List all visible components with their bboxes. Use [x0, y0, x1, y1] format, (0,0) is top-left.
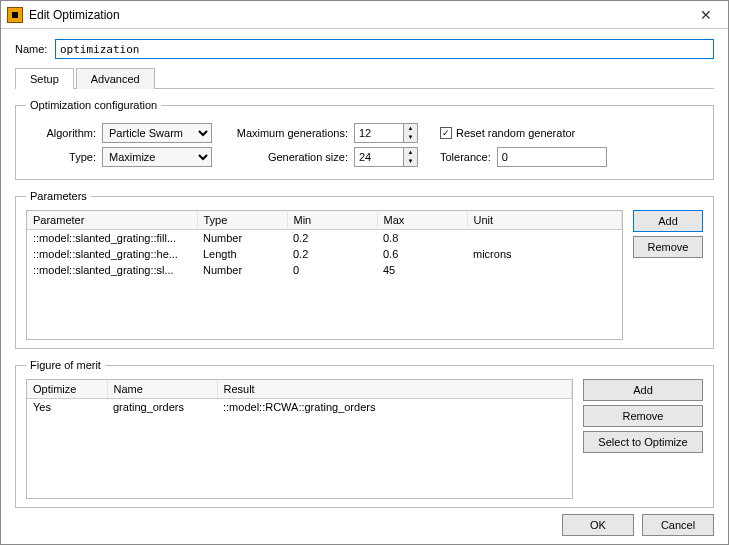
fom-add-button[interactable]: Add	[583, 379, 703, 401]
tab-advanced[interactable]: Advanced	[76, 68, 155, 89]
table-row[interactable]: ::model::slanted_grating::he...Length0.2…	[27, 246, 622, 262]
table-row[interactable]: Yesgrating_orders::model::RCWA::grating_…	[27, 399, 572, 416]
name-input[interactable]	[55, 39, 714, 59]
tolerance-label: Tolerance:	[440, 151, 491, 163]
params-remove-button[interactable]: Remove	[633, 236, 703, 258]
fom-group: Figure of merit Optimize Name Result Yes…	[15, 359, 714, 508]
name-row: Name:	[15, 39, 714, 59]
col-max[interactable]: Max	[377, 211, 467, 230]
gensize-label: Generation size:	[218, 151, 348, 163]
reset-checkbox[interactable]: ✓ Reset random generator	[440, 127, 575, 139]
parameters-table[interactable]: Parameter Type Min Max Unit ::model::sla…	[26, 210, 623, 340]
content-area: Name: Setup Advanced Optimization config…	[1, 29, 728, 508]
app-icon	[7, 7, 23, 23]
chevron-down-icon[interactable]: ▼	[404, 157, 417, 166]
maxgen-spinner[interactable]: ▲▼	[354, 123, 418, 143]
reset-label: Reset random generator	[456, 127, 575, 139]
algorithm-label: Algorithm:	[26, 127, 96, 139]
tolerance-input[interactable]	[497, 147, 607, 167]
dialog-window: Edit Optimization ✕ Name: Setup Advanced…	[0, 0, 729, 545]
fom-remove-button[interactable]: Remove	[583, 405, 703, 427]
type-label: Type:	[26, 151, 96, 163]
tab-setup[interactable]: Setup	[15, 68, 74, 89]
chevron-up-icon[interactable]: ▲	[404, 148, 417, 157]
cancel-button[interactable]: Cancel	[642, 514, 714, 536]
name-label: Name:	[15, 43, 55, 55]
col-name[interactable]: Name	[107, 380, 217, 399]
col-unit[interactable]: Unit	[467, 211, 622, 230]
check-icon: ✓	[440, 127, 452, 139]
tabs: Setup Advanced	[15, 67, 714, 89]
parameters-legend: Parameters	[26, 190, 91, 202]
maxgen-input[interactable]	[355, 124, 403, 142]
chevron-up-icon[interactable]: ▲	[404, 124, 417, 133]
close-icon[interactable]: ✕	[690, 7, 722, 23]
algorithm-select[interactable]: Particle Swarm	[102, 123, 212, 143]
gensize-spinner[interactable]: ▲▼	[354, 147, 418, 167]
fom-legend: Figure of merit	[26, 359, 105, 371]
gensize-input[interactable]	[355, 148, 403, 166]
col-min[interactable]: Min	[287, 211, 377, 230]
col-result[interactable]: Result	[217, 380, 572, 399]
maxgen-label: Maximum generations:	[218, 127, 348, 139]
type-select[interactable]: Maximize	[102, 147, 212, 167]
config-legend: Optimization configuration	[26, 99, 161, 111]
table-row[interactable]: ::model::slanted_grating::fill...Number0…	[27, 230, 622, 247]
col-type[interactable]: Type	[197, 211, 287, 230]
col-optimize[interactable]: Optimize	[27, 380, 107, 399]
parameters-group: Parameters Parameter Type Min Max Unit :…	[15, 190, 714, 349]
fom-table[interactable]: Optimize Name Result Yesgrating_orders::…	[26, 379, 573, 499]
fom-select-button[interactable]: Select to Optimize	[583, 431, 703, 453]
footer: OK Cancel	[562, 514, 714, 536]
table-row[interactable]: ::model::slanted_grating::sl...Number045	[27, 262, 622, 278]
ok-button[interactable]: OK	[562, 514, 634, 536]
config-group: Optimization configuration Algorithm: Pa…	[15, 99, 714, 180]
titlebar: Edit Optimization ✕	[1, 1, 728, 29]
params-add-button[interactable]: Add	[633, 210, 703, 232]
window-title: Edit Optimization	[29, 8, 690, 22]
chevron-down-icon[interactable]: ▼	[404, 133, 417, 142]
col-parameter[interactable]: Parameter	[27, 211, 197, 230]
